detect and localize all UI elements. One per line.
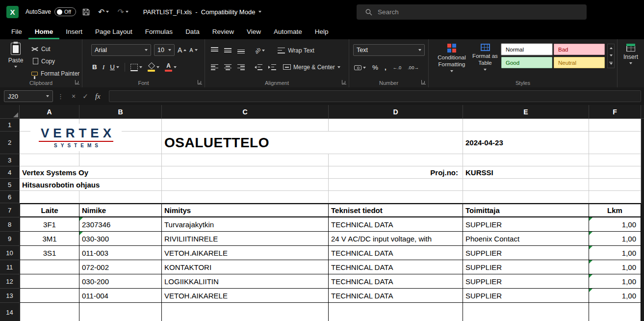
cell-F12[interactable]: 1,00: [589, 274, 641, 289]
menu-tab-data[interactable]: Data: [179, 24, 206, 39]
cell-D3[interactable]: [329, 154, 463, 166]
clipboard-dialog-launcher[interactable]: [75, 80, 79, 84]
cell-C3[interactable]: [162, 154, 329, 166]
menu-tab-view[interactable]: View: [240, 24, 267, 39]
shrink-font-button[interactable]: A: [189, 45, 197, 55]
decrease-decimal-button[interactable]: .00→: [408, 65, 419, 70]
menu-tab-formulas[interactable]: Formulas: [139, 24, 179, 39]
underline-button[interactable]: U: [110, 62, 119, 73]
menu-tab-file[interactable]: File: [5, 24, 28, 39]
align-center-button[interactable]: [224, 64, 232, 70]
cell-A3[interactable]: [20, 154, 79, 166]
row-header-10[interactable]: 10: [0, 246, 20, 260]
row-header-3[interactable]: 3: [0, 154, 20, 166]
cell-D8[interactable]: TECHNICAL DATA: [329, 217, 463, 232]
increase-indent-button[interactable]: [268, 62, 276, 72]
cell-C7-header[interactable]: Nimitys: [162, 203, 329, 217]
cell-D2[interactable]: [329, 132, 463, 154]
row-header-1[interactable]: 1: [0, 119, 20, 132]
cell-A13[interactable]: [20, 289, 79, 303]
cell-A7-header[interactable]: Laite: [20, 203, 79, 217]
style-normal[interactable]: Normal: [501, 44, 552, 55]
enter-icon[interactable]: ✓: [82, 92, 88, 100]
cell-E1[interactable]: [463, 119, 589, 132]
undo-button[interactable]: ↶: [96, 5, 111, 19]
search-box[interactable]: [357, 4, 587, 20]
cell-C8[interactable]: Turvarajakytkin: [162, 217, 329, 232]
cell-E6[interactable]: [463, 191, 589, 203]
row-header-6[interactable]: 6: [0, 191, 20, 203]
copy-button[interactable]: Copy: [31, 56, 79, 66]
cell-A12[interactable]: [20, 274, 79, 289]
accounting-format-button[interactable]: [354, 62, 366, 73]
style-bad[interactable]: Bad: [554, 44, 605, 55]
cell-C5[interactable]: [162, 179, 329, 191]
row-header-14[interactable]: 14: [0, 303, 20, 321]
menu-tab-home[interactable]: Home: [28, 24, 60, 39]
redo-button[interactable]: ↷: [115, 5, 130, 19]
cell-D1[interactable]: [329, 119, 463, 132]
align-right-button[interactable]: [237, 64, 245, 70]
cell-D9[interactable]: 24 V AC/DC input voltage, with: [329, 232, 463, 246]
align-left-button[interactable]: [211, 64, 218, 70]
cut-button[interactable]: Cut: [31, 44, 79, 54]
cell-D5[interactable]: [329, 179, 463, 191]
cell-B11[interactable]: 072-002: [79, 260, 162, 274]
cell-F6[interactable]: [589, 191, 641, 203]
cell-E8[interactable]: SUPPLIER: [463, 217, 589, 232]
cell-F7-header[interactable]: Lkm: [589, 203, 641, 217]
name-box[interactable]: J20: [4, 90, 53, 102]
row-header-12[interactable]: 12: [0, 274, 20, 289]
cell-F5[interactable]: [589, 179, 641, 191]
row-header-7[interactable]: 7: [0, 203, 20, 217]
cell-D10[interactable]: TECHNICAL DATA: [329, 246, 463, 260]
cell-E12[interactable]: SUPPLIER: [463, 274, 589, 289]
middle-align-button[interactable]: [224, 47, 232, 54]
cell-A5-subtitle[interactable]: Hitsausrobotin ohjaus: [20, 179, 79, 191]
column-header-d[interactable]: D: [329, 105, 463, 119]
fill-color-button[interactable]: [148, 62, 159, 73]
cell-F2[interactable]: [589, 132, 641, 154]
column-header-b[interactable]: B: [79, 105, 162, 119]
increase-decimal-button[interactable]: ←.0: [393, 65, 401, 70]
gallery-scroll-down-button[interactable]: [610, 54, 613, 56]
italic-button[interactable]: I: [103, 64, 105, 71]
cell-F4[interactable]: [589, 166, 641, 179]
cell-B10[interactable]: 011-003: [79, 246, 162, 260]
percent-style-button[interactable]: %: [372, 64, 378, 71]
menu-tab-automate[interactable]: Automate: [267, 24, 309, 39]
row-header-8[interactable]: 8: [0, 217, 20, 232]
cell-F13[interactable]: 1,00: [589, 289, 641, 303]
cell-E13[interactable]: SUPPLIER: [463, 289, 589, 303]
cell-E4-project-value[interactable]: KURSSI: [463, 166, 589, 179]
format-as-table-button[interactable]: Format as Table: [471, 44, 499, 71]
cell-F14[interactable]: [589, 303, 641, 321]
borders-button[interactable]: [130, 62, 142, 73]
cell-D6[interactable]: [329, 191, 463, 203]
insert-function-button[interactable]: fx: [95, 92, 101, 101]
cell-D7-header[interactable]: Tekniset tiedot: [329, 203, 463, 217]
cell-F9[interactable]: 1,00: [589, 232, 641, 246]
cell-F11[interactable]: 1,00: [589, 260, 641, 274]
menu-tab-insert[interactable]: Insert: [59, 24, 89, 39]
autosave-control[interactable]: AutoSave Off: [26, 7, 76, 16]
cell-C10[interactable]: VETOH.AIKARELE: [162, 246, 329, 260]
cell-E14[interactable]: [463, 303, 589, 321]
row-header-9[interactable]: 9: [0, 232, 20, 246]
wrap-text-button[interactable]: Wrap Text: [278, 45, 314, 55]
cell-C11[interactable]: KONTAKTORI: [162, 260, 329, 274]
cell-E9[interactable]: Phoenix Contact: [463, 232, 589, 246]
style-good[interactable]: Good: [501, 57, 552, 68]
cell-E3[interactable]: [463, 154, 589, 166]
menu-tab-page-layout[interactable]: Page Layout: [89, 24, 139, 39]
cell-D4-project-label[interactable]: Proj.no:: [329, 166, 463, 179]
top-align-button[interactable]: [211, 47, 218, 54]
name-box-expand-icon[interactable]: ⋮: [57, 93, 64, 100]
autosave-toggle[interactable]: Off: [54, 7, 76, 16]
cell-B7-header[interactable]: Nimike: [79, 203, 162, 217]
cell-E11[interactable]: SUPPLIER: [463, 260, 589, 274]
merge-center-button[interactable]: Merge & Center: [283, 62, 340, 72]
font-family-combo[interactable]: Arial: [91, 44, 151, 56]
format-painter-button[interactable]: Format Painter: [31, 68, 79, 79]
row-header-11[interactable]: 11: [0, 260, 20, 274]
